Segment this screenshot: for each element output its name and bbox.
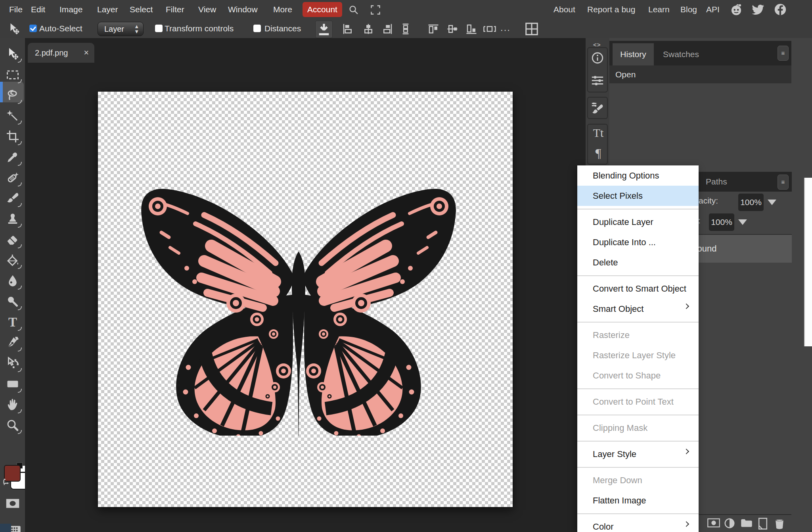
menu-item-layer-style[interactable]: Layer Style <box>577 444 699 464</box>
new-layer-icon[interactable] <box>757 517 769 530</box>
layer-dropdown[interactable]: Layer▲▼ <box>98 22 144 36</box>
menu-item-duplicate-into[interactable]: Duplicate Into ... <box>577 232 699 252</box>
paragraph-panel-icon[interactable]: ¶ <box>590 146 606 161</box>
info-panel-icon[interactable] <box>591 51 604 65</box>
blur-tool[interactable] <box>6 274 20 288</box>
spot-heal-tool[interactable] <box>6 171 20 185</box>
twitter-icon[interactable] <box>752 3 765 16</box>
menu-item-blending-options[interactable]: Blending Options <box>577 165 699 186</box>
zoom-tool[interactable] <box>6 418 20 432</box>
rectangle-shape-tool[interactable] <box>6 377 20 391</box>
export-button[interactable] <box>315 21 333 38</box>
path-select-tool[interactable] <box>6 356 20 371</box>
adjustments-icon[interactable] <box>724 517 735 529</box>
menu-item-merge-down[interactable]: Merge Down <box>577 470 699 490</box>
more-options-icon[interactable]: ... <box>500 19 511 38</box>
new-group-icon[interactable] <box>740 517 753 528</box>
search-icon[interactable] <box>348 4 359 15</box>
align-right-icon[interactable] <box>381 23 393 35</box>
auto-select-checkbox[interactable] <box>29 25 37 32</box>
menu-item-convert-to-smart-object[interactable]: Convert to Smart Object <box>577 278 699 299</box>
brush-tool[interactable] <box>6 191 20 206</box>
menu-edit[interactable]: Edit <box>31 0 45 19</box>
align-bottom-icon[interactable] <box>465 23 477 35</box>
menu-item-color[interactable]: Color <box>577 517 699 532</box>
rectangle-select-tool[interactable] <box>6 67 20 82</box>
paint-bucket-tool[interactable] <box>6 253 20 267</box>
history-entry-open[interactable]: Open <box>609 65 791 83</box>
menu-item-select-pixels[interactable]: Select Pixels <box>577 186 699 206</box>
menu-item-convert-to-point-text[interactable]: Convert to Point Text <box>577 392 699 412</box>
menu-layer[interactable]: Layer <box>97 0 118 19</box>
crop-tool[interactable] <box>6 129 20 144</box>
eraser-tool[interactable] <box>6 232 20 247</box>
notification-corner <box>0 524 11 532</box>
menu-item-rasterize-layer-style[interactable]: Rasterize Layer Style <box>577 345 699 365</box>
menu-file[interactable]: File <box>9 0 23 19</box>
lasso-tool[interactable] <box>6 88 20 102</box>
document-tab[interactable]: 2.pdf.png × <box>28 43 94 63</box>
opacity-dropdown-icon[interactable] <box>768 200 776 205</box>
clone-stamp-tool[interactable] <box>6 212 20 226</box>
align-middle-vertical-icon[interactable] <box>446 23 458 35</box>
close-tab-icon[interactable]: × <box>84 43 89 63</box>
tab-history[interactable]: History <box>613 43 654 65</box>
submenu-arrow-icon <box>684 449 689 454</box>
tab-swatches[interactable]: Swatches <box>663 43 699 65</box>
move-tool[interactable] <box>6 47 20 61</box>
dodge-tool[interactable] <box>6 294 20 309</box>
swap-colors-icon[interactable] <box>2 478 12 488</box>
account-button[interactable]: Account <box>303 2 342 17</box>
delete-layer-icon[interactable] <box>774 517 785 530</box>
layers-panel-menu-icon[interactable]: ≡ <box>778 175 789 190</box>
tools-sidebar: T <box>0 38 25 532</box>
facebook-icon[interactable] <box>774 3 787 16</box>
opacity-value[interactable]: 100% <box>738 194 764 211</box>
magic-wand-tool[interactable] <box>6 109 20 123</box>
character-panel-icon[interactable]: Tt <box>590 126 606 140</box>
menu-item-rasterize[interactable]: Rasterize <box>577 325 699 345</box>
menu-item-flatten-image[interactable]: Flatten Image <box>577 490 699 511</box>
link-report-bug[interactable]: Report a bug <box>587 0 635 19</box>
distribute-vertical-icon[interactable] <box>401 23 410 35</box>
align-top-icon[interactable] <box>427 23 439 35</box>
brush-settings-panel-icon[interactable] <box>591 101 604 115</box>
distribute-horizontal-icon[interactable] <box>483 23 496 35</box>
layout-grid-icon[interactable] <box>524 21 539 36</box>
history-panel-menu-icon[interactable]: ≡ <box>778 46 789 61</box>
quick-mask-icon[interactable] <box>5 497 20 509</box>
fullscreen-icon[interactable] <box>370 4 381 15</box>
menu-item-smart-object[interactable]: Smart Object <box>577 299 699 319</box>
fill-dropdown-icon[interactable] <box>738 219 747 225</box>
align-left-icon[interactable] <box>342 23 354 35</box>
menu-item-clipping-mask[interactable]: Clipping Mask <box>577 418 699 438</box>
menu-item-duplicate-layer[interactable]: Duplicate Layer <box>577 212 699 232</box>
align-center-horizontal-icon[interactable] <box>362 23 374 35</box>
properties-panel-icon[interactable] <box>591 74 604 87</box>
menu-item-convert-to-shape[interactable]: Convert to Shape <box>577 365 699 386</box>
svg-text:T: T <box>8 315 17 329</box>
canvas[interactable] <box>98 92 513 507</box>
link-about[interactable]: About <box>553 0 575 19</box>
menu-window[interactable]: Window <box>228 0 258 19</box>
link-blog[interactable]: Blog <box>680 0 697 19</box>
menu-filter[interactable]: Filter <box>166 0 184 19</box>
tab-paths[interactable]: Paths <box>706 172 727 192</box>
link-learn[interactable]: Learn <box>648 0 670 19</box>
scrollbar[interactable] <box>804 178 812 346</box>
menu-item-delete[interactable]: Delete <box>577 252 699 273</box>
pen-tool[interactable] <box>6 336 20 350</box>
link-api[interactable]: API <box>706 0 720 19</box>
distances-checkbox[interactable] <box>253 25 261 32</box>
hand-tool[interactable] <box>6 398 20 412</box>
menu-image[interactable]: Image <box>59 0 82 19</box>
fill-value[interactable]: 100% <box>709 213 734 231</box>
type-tool[interactable]: T <box>6 315 20 329</box>
reddit-icon[interactable] <box>730 3 743 16</box>
menu-select[interactable]: Select <box>130 0 153 19</box>
transform-controls-checkbox[interactable] <box>155 25 163 32</box>
add-mask-icon[interactable] <box>707 517 720 528</box>
menu-more[interactable]: More <box>273 0 292 19</box>
eyedropper-tool[interactable] <box>6 150 20 164</box>
menu-view[interactable]: View <box>198 0 216 19</box>
